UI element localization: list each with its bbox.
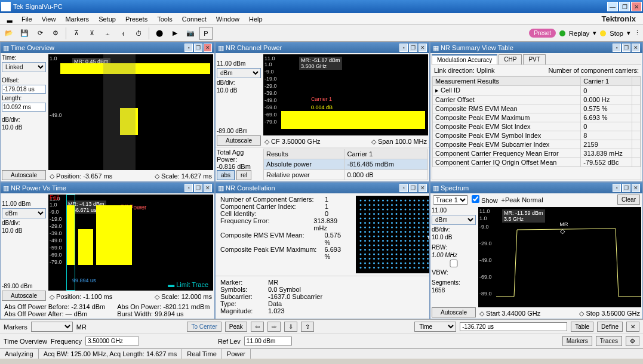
panel-maximize-icon[interactable]: ❐ (409, 184, 417, 192)
abs-button[interactable]: abs (217, 170, 235, 180)
panel-close-icon[interactable]: ✕ (419, 44, 427, 52)
tool-trigger-icon[interactable]: ⏱ (132, 27, 145, 40)
vbw-checkbox[interactable] (432, 260, 476, 267)
peak-down-button[interactable]: ⇩ (284, 322, 297, 332)
autoscale-button[interactable]: Autoscale (2, 291, 46, 301)
markers-button[interactable]: Markers (562, 336, 592, 346)
panel-settings-icon[interactable]: ▫ (613, 44, 621, 52)
tab-chp[interactable]: CHP (499, 54, 522, 64)
marker-time-input[interactable] (460, 322, 567, 331)
settings-icon[interactable]: ⚙ (49, 27, 62, 40)
panel-maximize-icon[interactable]: ❐ (622, 44, 630, 52)
menu-tools[interactable]: Tools (153, 14, 176, 24)
menu-setup[interactable]: Setup (95, 14, 119, 24)
unit-select[interactable]: dBm (432, 215, 476, 225)
panel-close-icon[interactable]: ✕ (204, 44, 212, 52)
rel-button[interactable]: rel (236, 170, 251, 180)
table-row[interactable]: Carrier Offset0.000 Hz (433, 95, 641, 104)
tool-play-icon[interactable]: ▶ (168, 27, 181, 40)
table-row[interactable]: ▸ Cell ID0 (433, 86, 641, 95)
stop-label[interactable]: Stop (610, 30, 623, 37)
reflev-input[interactable] (244, 337, 292, 346)
panel-maximize-icon[interactable]: ❐ (194, 44, 202, 52)
peak-button[interactable]: Peak (225, 322, 247, 332)
unit-select[interactable]: dBm (2, 208, 46, 218)
close-bar-button[interactable]: ✕ (626, 322, 639, 332)
menu-window[interactable]: Window (213, 14, 243, 24)
pvt-plot[interactable]: 11.0 1.0 -9.0 -19.0 -29.0 -39.0 -49.0 -5… (48, 195, 213, 291)
peak-up-button[interactable]: ⇧ (301, 322, 314, 332)
save-icon[interactable]: 💾 (18, 27, 31, 40)
table-row[interactable]: Composite Peak EVM Slot Index0 (433, 122, 641, 131)
menu-help[interactable]: Help (245, 14, 266, 24)
tool-record-icon[interactable]: ⬤ (153, 27, 166, 40)
panel-maximize-icon[interactable]: ❐ (194, 184, 202, 192)
panel-power-vs-time: ▥ NR Power Vs Time ▫❐✕ Fail Clear 11.00 … (0, 182, 215, 319)
panel-settings-icon[interactable]: ▫ (184, 184, 193, 192)
analysis-region[interactable] (103, 54, 136, 170)
show-checkbox[interactable] (472, 195, 479, 203)
autoscale-button[interactable]: Autoscale (217, 135, 261, 146)
peak-right-button[interactable]: ⇨ (267, 322, 281, 332)
table-row[interactable]: Composite Peak EVM Symbol Index8 (433, 131, 641, 140)
time-select[interactable]: Linked (2, 62, 46, 72)
peak-left-button[interactable]: ⇦ (251, 322, 264, 332)
table-row[interactable]: Composite Peak EVM Maximum6.693 % (433, 113, 641, 122)
table-row[interactable]: Component Carrier IQ Origin Offset Mean-… (433, 158, 641, 167)
tool-span-icon[interactable]: ⫞ (116, 27, 130, 40)
panel-settings-icon[interactable]: ▫ (184, 44, 193, 52)
maximize-button[interactable]: ❐ (619, 2, 630, 11)
time-overview-plot[interactable]: 1.0 -49.0 MR: 0.45 dBm -136.693 us (48, 54, 213, 170)
to-center-button[interactable]: To Center (187, 322, 221, 332)
panel-close-icon[interactable]: ✕ (632, 44, 640, 52)
panel-close-icon[interactable]: ✕ (632, 184, 640, 192)
constellation-plot[interactable]: MR ▶ (356, 196, 429, 273)
tool-marker-icon[interactable]: ⊼ (70, 27, 83, 40)
domain-select[interactable]: Time (414, 322, 456, 332)
chp-plot[interactable]: 11.0 1.0 -9.0 -19.0 -29.0 -39.0 -49.0 -5… (263, 54, 428, 135)
preset-button[interactable]: Preset (529, 29, 556, 38)
minimize-button[interactable]: — (607, 2, 618, 11)
spectrum-plot[interactable]: 11.0 1.0 -9.0 -29.0 -49.0 -69.0 -89.0 MR… (478, 207, 641, 307)
tool-preset-icon[interactable]: P (199, 27, 213, 40)
menu-file[interactable]: File (18, 14, 36, 24)
panel-settings-icon[interactable]: ▫ (399, 44, 408, 52)
trace-select[interactable]: Trace 1 (433, 195, 468, 205)
close-button[interactable]: ✕ (631, 2, 642, 11)
table-row[interactable]: Composite RMS EVM Mean0.575 % (433, 104, 641, 113)
traces-button[interactable]: Traces (596, 336, 622, 346)
more-icon[interactable]: ⋮ (634, 29, 641, 37)
frequency-input[interactable] (85, 337, 139, 346)
panel-close-icon[interactable]: ✕ (419, 184, 427, 192)
markers-select[interactable] (31, 322, 73, 332)
menu-view[interactable]: View (38, 14, 60, 24)
tab-modulation[interactable]: Modulation Accuracy (432, 54, 497, 64)
replay-label[interactable]: Replay (569, 30, 589, 37)
table-button[interactable]: Table (571, 322, 593, 332)
panel-settings-icon[interactable]: ▫ (399, 184, 408, 192)
settings-gear-button[interactable]: ⚙ (626, 336, 639, 346)
tool-freq-icon[interactable]: ⊻ (85, 27, 99, 40)
panel-maximize-icon[interactable]: ❐ (622, 184, 630, 192)
table-row[interactable]: Component Carrier Frequency Mean Error31… (433, 149, 641, 158)
panel-settings-icon[interactable]: ▫ (613, 184, 621, 192)
tool-amp-icon[interactable]: ⫠ (101, 27, 114, 40)
autoscale-button[interactable]: Autoscale (2, 170, 46, 180)
tab-pvt[interactable]: PVT (523, 54, 545, 64)
offset-input[interactable] (2, 85, 46, 94)
menu-markers[interactable]: Markers (61, 14, 93, 24)
table-row[interactable]: Composite Peak EVM Subcarrier Index2159 (433, 140, 641, 149)
length-input[interactable] (2, 103, 46, 112)
autoscale-button[interactable]: Autoscale (432, 307, 476, 317)
unit-select[interactable]: dBm (217, 68, 261, 78)
panel-close-icon[interactable]: ✕ (204, 184, 212, 192)
menu-presets[interactable]: Presets (122, 14, 151, 24)
panel-maximize-icon[interactable]: ❐ (409, 44, 417, 52)
tool-camera-icon[interactable]: 📷 (184, 27, 197, 40)
clear-button[interactable]: Clear (617, 195, 640, 205)
app-menu-icon[interactable]: ▂ (4, 14, 16, 24)
refresh-icon[interactable]: ⟳ (33, 27, 47, 40)
menu-connect[interactable]: Connect (179, 14, 210, 24)
open-icon[interactable]: 📂 (2, 27, 16, 40)
define-button[interactable]: Define (597, 322, 623, 332)
